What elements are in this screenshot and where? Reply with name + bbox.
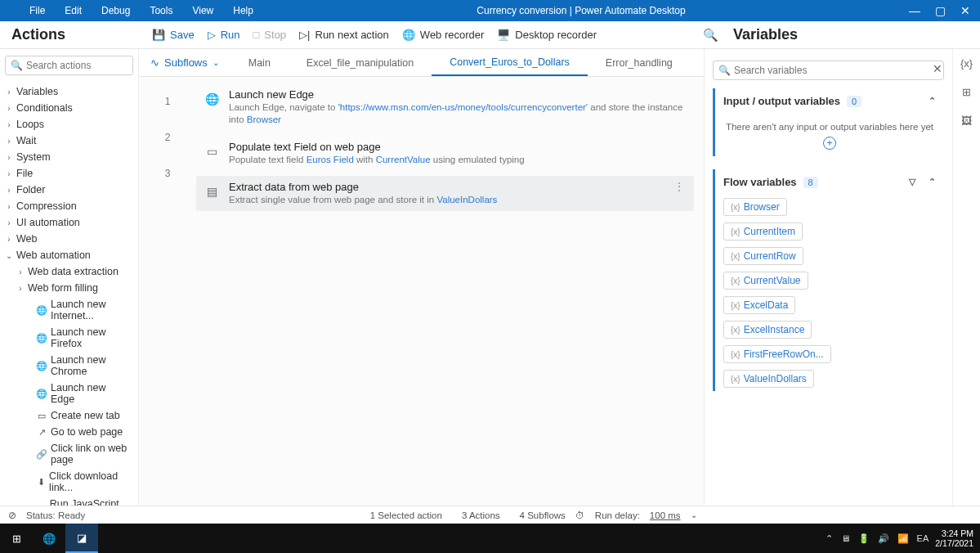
add-io-variable-button[interactable]: +: [715, 137, 944, 156]
maximize-icon[interactable]: ▢: [935, 4, 946, 17]
tree-conditionals[interactable]: ›Conditionals: [5, 100, 133, 116]
tree-web[interactable]: ›Web: [5, 231, 133, 247]
windows-taskbar: ⊞ 🌐 ◪ ⌃ 🖥 🔋 🔊 📶 EA 3:24 PM 2/17/2021: [0, 524, 980, 553]
images-rail-icon[interactable]: 🖼: [961, 115, 972, 127]
actions-search[interactable]: 🔍: [5, 56, 133, 75]
status-actions: 3 Actions: [462, 510, 500, 520]
close-panel-icon[interactable]: ✕: [933, 62, 942, 75]
tab-excel-file[interactable]: Excel_file_manipulation: [289, 49, 432, 76]
tray-monitor-icon[interactable]: 🖥: [841, 533, 850, 543]
run-button[interactable]: ▷Run: [201, 25, 247, 44]
download-icon: ⬇: [36, 477, 46, 488]
tree-loops[interactable]: ›Loops: [5, 116, 133, 133]
desktop-recorder-button[interactable]: 🖥️Desktop recorder: [490, 25, 603, 44]
tree-ui-automation[interactable]: ›UI automation: [5, 214, 133, 231]
actions-tree: ›Variables ›Conditionals ›Loops ›Wait ›S…: [5, 83, 133, 506]
tree-click-link[interactable]: 🔗Click link on web page: [5, 440, 133, 468]
tree-goto-page[interactable]: ↗Go to web page: [5, 424, 133, 440]
variable-valueindollars[interactable]: {x}ValueInDollars: [723, 370, 814, 388]
tab-convert-euros[interactable]: Convert_Euros_to_Dollars: [432, 49, 588, 76]
tree-launch-edge[interactable]: 🌐Launch new Edge: [5, 380, 133, 407]
menu-view[interactable]: View: [192, 5, 213, 16]
variable-firstfreerow[interactable]: {x}FirstFreeRowOn...: [723, 345, 831, 363]
flow-step-2[interactable]: ▭ Populate text Field on web page Popula…: [196, 136, 694, 171]
tree-variables[interactable]: ›Variables: [5, 83, 133, 100]
actions-search-input[interactable]: [26, 60, 128, 71]
save-button[interactable]: 💾Save: [145, 25, 201, 44]
taskbar-clock[interactable]: 3:24 PM 2/17/2021: [935, 528, 973, 548]
variable-exceldata[interactable]: {x}ExcelData: [723, 296, 795, 314]
close-icon[interactable]: ✕: [960, 4, 970, 17]
toolbar-search-icon[interactable]: 🔍: [693, 25, 728, 46]
tree-launch-firefox[interactable]: 🌐Launch new Firefox: [5, 324, 133, 352]
search-icon: 🔍: [11, 60, 23, 71]
tab-icon: ▭: [36, 411, 47, 421]
step-desc: Launch Edge, navigate to 'https://www.ms…: [229, 101, 687, 126]
tree-web-automation[interactable]: ⌄Web automation: [5, 247, 133, 263]
flow-step-3[interactable]: ▤ Extract data from web page Extract sin…: [196, 176, 694, 211]
io-empty-text: There aren't any input or output variabl…: [715, 114, 944, 137]
filter-icon[interactable]: ▽: [909, 177, 915, 187]
tree-run-js[interactable]: JSRun JavaScript functi...: [5, 496, 133, 506]
variables-rail-icon[interactable]: {x}: [960, 57, 973, 70]
tree-click-download[interactable]: ⬇Click download link...: [5, 468, 133, 496]
tree-launch-chrome[interactable]: 🌐Launch new Chrome: [5, 352, 133, 380]
run-next-button[interactable]: ▷|Run next action: [293, 25, 396, 44]
play-icon: ▷: [208, 29, 216, 41]
menu-tools[interactable]: Tools: [150, 5, 172, 16]
tray-language[interactable]: EA: [917, 533, 929, 543]
tree-web-form-filling[interactable]: ›Web form filling: [5, 280, 133, 296]
plus-icon: +: [823, 137, 836, 150]
variable-currentrow[interactable]: {x}CurrentRow: [723, 247, 803, 265]
status-ready: Status: Ready: [26, 510, 85, 520]
chevron-down-icon[interactable]: ⌄: [691, 510, 697, 519]
tab-main[interactable]: Main: [230, 49, 289, 76]
status-check-icon: ⊘: [8, 510, 16, 521]
more-icon[interactable]: ⋮: [671, 181, 687, 192]
tray-battery-icon[interactable]: 🔋: [858, 533, 870, 544]
variables-search-input[interactable]: [734, 65, 938, 76]
variable-currentvalue[interactable]: {x}CurrentValue: [723, 272, 808, 290]
tab-error-handling[interactable]: Error_handling: [588, 49, 691, 76]
tree-create-tab[interactable]: ▭Create new tab: [5, 407, 133, 424]
tray-chevron-icon[interactable]: ⌃: [826, 533, 833, 544]
tray-volume-icon[interactable]: 🔊: [878, 533, 889, 544]
variable-excelinstance[interactable]: {x}ExcelInstance: [723, 321, 812, 339]
title-bar: File Edit Debug Tools View Help Currency…: [0, 0, 980, 21]
menu-file[interactable]: File: [29, 5, 45, 16]
tree-file[interactable]: ›File: [5, 165, 133, 182]
tray-network-icon[interactable]: 📶: [897, 533, 909, 544]
variables-panel-title: Variables: [733, 26, 798, 43]
start-button[interactable]: ⊞: [0, 524, 33, 553]
menu-help[interactable]: Help: [233, 5, 253, 16]
tree-wait[interactable]: ›Wait: [5, 133, 133, 149]
tree-folder[interactable]: ›Folder: [5, 182, 133, 198]
variable-currentitem[interactable]: {x}CurrentItem: [723, 223, 803, 241]
run-delay-value[interactable]: 100 ms: [650, 510, 681, 520]
run-delay-label: Run delay:: [595, 510, 640, 520]
variables-search[interactable]: 🔍: [713, 61, 944, 80]
menu-edit[interactable]: Edit: [65, 5, 82, 16]
taskbar-edge[interactable]: 🌐: [33, 524, 65, 553]
globe-icon: 🌐: [203, 90, 221, 108]
subflows-dropdown[interactable]: ∿ Subflows ⌄: [139, 56, 230, 69]
stop-button[interactable]: □Stop: [247, 25, 293, 44]
flow-count-badge: 8: [803, 177, 818, 188]
flow-step-1[interactable]: 🌐 Launch new Edge Launch Edge, navigate …: [196, 83, 694, 131]
tree-system[interactable]: ›System: [5, 149, 133, 165]
tree-compression[interactable]: ›Compression: [5, 198, 133, 214]
step-desc: Extract single value from web page and s…: [229, 194, 671, 206]
subflow-icon: ∿: [150, 56, 159, 69]
ui-elements-rail-icon[interactable]: ⊞: [962, 86, 971, 98]
tree-web-data-extraction[interactable]: ›Web data extraction: [5, 263, 133, 280]
variable-browser[interactable]: {x}Browser: [723, 198, 787, 216]
step-icon: ▷|: [299, 29, 310, 41]
tree-launch-ie[interactable]: 🌐Launch new Internet...: [5, 296, 133, 324]
collapse-icon[interactable]: ⌃: [929, 96, 936, 106]
menu-debug[interactable]: Debug: [101, 5, 130, 16]
taskbar-pad[interactable]: ◪: [65, 524, 98, 553]
step-desc: Populate text field Euros Field with Cur…: [229, 154, 687, 166]
minimize-icon[interactable]: —: [909, 4, 920, 17]
web-recorder-button[interactable]: 🌐Web recorder: [396, 25, 491, 44]
collapse-icon[interactable]: ⌃: [929, 177, 936, 187]
